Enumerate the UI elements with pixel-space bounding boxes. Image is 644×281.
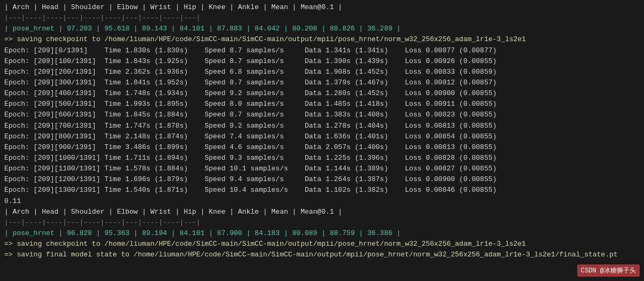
terminal-window: | Arch | Head | Shoulder | Elbow | Wrist… — [0, 0, 644, 281]
terminal-line-epoch1: Epoch: [209][0/1391] Time 1.830s (1.830s… — [4, 45, 640, 56]
terminal-line-val1: 0.11 — [4, 196, 640, 207]
terminal-line-sep2: |---|----|----|---|----|----|---|----|--… — [4, 217, 640, 228]
terminal-line-data1: | pose_hrnet | 97.203 | 95.618 | 89.143 … — [4, 24, 640, 34]
terminal-line-epoch10: Epoch: [209][900/1391] Time 3.486s (1.89… — [4, 142, 640, 153]
terminal-line-header1: | Arch | Head | Shoulder | Elbow | Wrist… — [4, 2, 640, 13]
terminal-line-epoch14: Epoch: [209][1300/1391] Time 1.540s (1.8… — [4, 185, 640, 196]
terminal-line-epoch5: Epoch: [209][400/1391] Time 1.748s (1.93… — [4, 88, 640, 99]
terminal-line-epoch7: Epoch: [209][600/1391] Time 1.845s (1.88… — [4, 110, 640, 120]
terminal-line-epoch12: Epoch: [209][1100/1391] Time 1.578s (1.8… — [4, 163, 640, 174]
terminal-line-save1: => saving checkpoint to /home/liuman/HPE… — [4, 34, 640, 45]
terminal-line-epoch9: Epoch: [209][800/1391] Time 2.148s (1.87… — [4, 131, 640, 142]
terminal-line-header2: | Arch | Head | Shoulder | Elbow | Wrist… — [4, 207, 640, 217]
terminal-line-epoch8: Epoch: [209][700/1391] Time 1.747s (1.87… — [4, 121, 640, 131]
terminal-line-epoch3: Epoch: [209][200/1391] Time 2.362s (1.93… — [4, 67, 640, 77]
terminal-line-save2: => saving checkpoint to /home/liuman/HPE… — [4, 239, 640, 249]
terminal-line-epoch2: Epoch: [209][100/1391] Time 1.843s (1.92… — [4, 56, 640, 67]
terminal-line-epoch11: Epoch: [209][1000/1391] Time 1.711s (1.8… — [4, 153, 640, 163]
terminal-line-data2: | pose_hrnet | 96.828 | 95.363 | 89.194 … — [4, 228, 640, 239]
watermark: CSDN @冰糖狮子头 — [577, 264, 640, 277]
terminal-line-epoch13: Epoch: [209][1200/1391] Time 1.696s (1.8… — [4, 174, 640, 185]
terminal-output: | Arch | Head | Shoulder | Elbow | Wrist… — [4, 2, 640, 260]
terminal-line-epoch6: Epoch: [209][500/1391] Time 1.993s (1.89… — [4, 99, 640, 110]
terminal-line-save3: => saving final model state to /home/liu… — [4, 249, 640, 260]
terminal-line-epoch4: Epoch: [209][300/1391] Time 1.841s (1.95… — [4, 77, 640, 88]
terminal-line-sep1: |---|----|----|---|----|----|---|----|--… — [4, 13, 640, 24]
